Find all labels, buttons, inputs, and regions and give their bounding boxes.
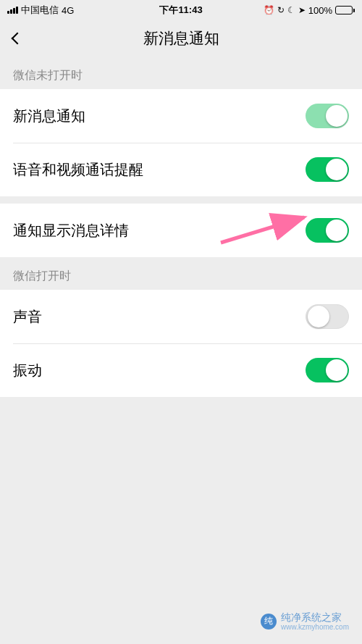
row-label: 声音 — [13, 307, 42, 327]
status-bar: 中国电信 4G 下午11:43 ⏰ ↻ ☾ ➤ 100% — [0, 0, 362, 20]
row-label: 新消息通知 — [13, 106, 85, 126]
row-group: 声音 振动 — [0, 290, 362, 397]
row-label: 振动 — [13, 361, 42, 380]
location-icon: ➤ — [298, 5, 306, 15]
watermark: 纯 纯净系统之家 www.kzmyhome.com — [261, 612, 349, 631]
section-header: 微信打开时 — [0, 257, 362, 290]
signal-bars-icon — [7, 7, 18, 14]
battery-icon — [335, 6, 355, 14]
chevron-left-icon — [12, 33, 24, 45]
status-left: 中国电信 4G — [7, 4, 74, 17]
toggle-new-message-notify[interactable] — [306, 104, 349, 128]
refresh-icon: ↻ — [277, 5, 285, 15]
network-label: 4G — [62, 5, 74, 16]
back-button[interactable] — [13, 28, 35, 49]
toggle-sound[interactable] — [306, 304, 349, 329]
status-right: ⏰ ↻ ☾ ➤ 100% — [264, 5, 355, 16]
alarm-icon: ⏰ — [264, 5, 274, 15]
row-new-message-notify: 新消息通知 — [0, 89, 362, 143]
section-header: 微信未打开时 — [0, 57, 362, 89]
toggle-vibrate[interactable] — [306, 358, 349, 382]
row-show-message-detail: 通知显示消息详情 — [0, 204, 362, 257]
row-vibrate: 振动 — [0, 343, 362, 397]
nav-bar: 新消息通知 — [0, 20, 362, 57]
watermark-name: 纯净系统之家 — [281, 612, 349, 623]
watermark-url: www.kzmyhome.com — [281, 623, 349, 631]
toggle-show-message-detail[interactable] — [306, 218, 349, 243]
row-group: 通知显示消息详情 — [0, 204, 362, 257]
row-label: 通知显示消息详情 — [13, 221, 129, 241]
row-sound: 声音 — [0, 290, 362, 343]
page-title: 新消息通知 — [143, 28, 219, 49]
row-group: 新消息通知 语音和视频通话提醒 — [0, 89, 362, 196]
watermark-logo-icon: 纯 — [261, 614, 277, 630]
carrier-label: 中国电信 — [21, 4, 59, 17]
battery-percent: 100% — [308, 5, 332, 16]
moon-icon: ☾ — [287, 5, 295, 15]
status-time: 下午11:43 — [159, 4, 202, 17]
row-label: 语音和视频通话提醒 — [13, 160, 143, 180]
row-voice-video-alert: 语音和视频通话提醒 — [0, 143, 362, 196]
toggle-voice-video-alert[interactable] — [306, 157, 349, 182]
